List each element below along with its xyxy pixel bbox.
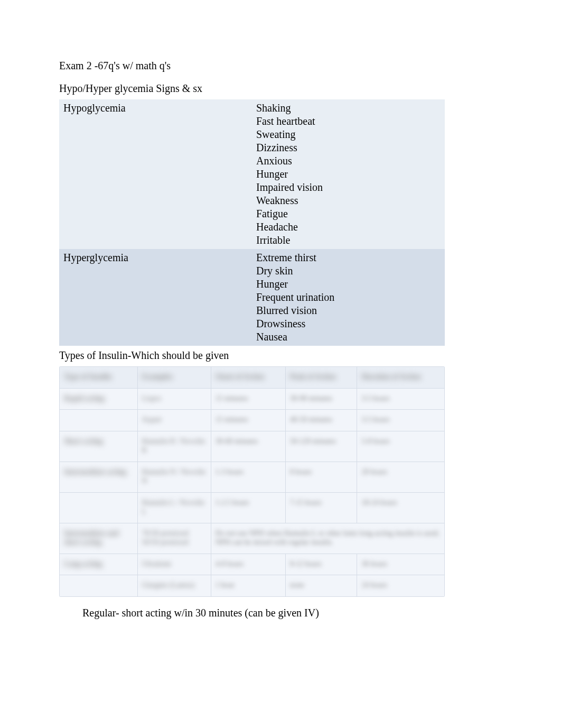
bullet-text: Regular- short acting w/in 30 minutes (c…: [82, 606, 499, 620]
insulin-cell: 4-8 hours: [211, 554, 285, 575]
insulin-category: Long-acting: [60, 554, 138, 575]
glycemia-items: Extreme thirst Dry skin Hunger Frequent …: [252, 249, 445, 346]
insulin-cell: 24 hours: [357, 575, 445, 597]
table-row: Aspart 15 minutes 40-50 minutes 3-5 hour…: [60, 410, 445, 431]
list-item: Sweating: [256, 128, 441, 141]
insulin-cell: 36 hours: [357, 554, 445, 575]
insulin-cell: 40-50 minutes: [285, 410, 357, 431]
glycemia-label: Hyperglycemia: [59, 249, 252, 346]
insulin-cell: 30-90 minutes: [285, 388, 357, 410]
insulin-cell: Ultralente: [137, 554, 211, 575]
insulin-cell: 50-120 minutes: [285, 431, 357, 462]
document-page: Exam 2 -67q's w/ math q's Hypo/Hyper gly…: [0, 0, 561, 651]
section-heading-insulin: Types of Insulin-Which should be given: [59, 349, 499, 362]
col-header: Examples: [137, 367, 211, 389]
insulin-cell: 30-60 minutes: [211, 431, 285, 462]
insulin-cell: 8 hours: [285, 462, 357, 492]
insulin-cell: 1-3 hours: [211, 462, 285, 492]
list-item: Frequent urination: [256, 291, 441, 304]
table-row: Hypoglycemia Shaking Fast heartbeat Swea…: [59, 99, 445, 249]
table-row: Intermediate acting Humulin N / Novolin …: [60, 462, 445, 492]
insulin-cell: Glargine (Lantus): [137, 575, 211, 597]
insulin-cell: none: [285, 575, 357, 597]
insulin-cell: 15 minutes: [211, 410, 285, 431]
insulin-cell: 15 minutes: [211, 388, 285, 410]
insulin-category: [60, 575, 138, 597]
insulin-cell: 1-2.5 hours: [211, 492, 285, 523]
col-header: Duration of Action: [357, 367, 445, 389]
bullet-item: Regular- short acting w/in 30 minutes (c…: [59, 606, 499, 620]
col-header: Peak of Action: [285, 367, 357, 389]
glycemia-items: Shaking Fast heartbeat Sweating Dizzines…: [252, 99, 445, 249]
insulin-cell: 5-8 hours: [357, 431, 445, 462]
table-row: Humulin L / Novolin L 1-2.5 hours 7-15 h…: [60, 492, 445, 523]
table-row: Hyperglycemia Extreme thirst Dry skin Hu…: [59, 249, 445, 346]
table-row: Long-acting Ultralente 4-8 hours 8-12 ho…: [60, 554, 445, 575]
page-title: Exam 2 -67q's w/ math q's: [59, 59, 499, 72]
list-item: Irritable: [256, 234, 441, 247]
insulin-cell: Humulin R / Novolin R: [137, 431, 211, 462]
insulin-cell: 20 hours: [357, 462, 445, 492]
list-item: Fast heartbeat: [256, 115, 441, 128]
table-row: Short acting Humulin R / Novolin R 30-60…: [60, 431, 445, 462]
list-item: Shaking: [256, 102, 441, 115]
insulin-table: Type of Insulin Examples Onset of Action…: [59, 366, 445, 597]
insulin-cell: Humulin L / Novolin L: [137, 492, 211, 523]
insulin-cell: 70/30 premixed 50/50 premixed: [137, 523, 211, 554]
list-item: Hunger: [256, 168, 441, 181]
insulin-category: [60, 410, 138, 431]
list-item: Headache: [256, 220, 441, 234]
insulin-cell: Aspart: [137, 410, 211, 431]
table-row: Glargine (Lantus) 1 hour none 24 hours: [60, 575, 445, 597]
insulin-cell: 8-12 hours: [285, 554, 357, 575]
list-item: Drowsiness: [256, 317, 441, 330]
list-item: Hunger: [256, 278, 441, 291]
table-header-row: Type of Insulin Examples Onset of Action…: [60, 367, 445, 389]
section-heading-glycemia: Hypo/Hyper glycemia Signs & sx: [59, 82, 499, 95]
insulin-cell: Humulin N / Novolin N: [137, 462, 211, 492]
insulin-category: Rapid acting: [60, 388, 138, 410]
list-item: Blurred vision: [256, 304, 441, 317]
insulin-category: Intermediate acting: [60, 462, 138, 492]
list-item: Anxious: [256, 154, 441, 168]
col-header: Onset of Action: [211, 367, 285, 389]
insulin-cell: 18-24 hours: [357, 492, 445, 523]
list-item: Weakness: [256, 194, 441, 207]
insulin-cell: 3-5 hours: [357, 388, 445, 410]
table-row: Rapid acting Lispro 15 minutes 30-90 min…: [60, 388, 445, 410]
insulin-cell: Lispro: [137, 388, 211, 410]
insulin-category: Intermediate and short acting: [60, 523, 138, 554]
insulin-cell: 3-5 hours: [357, 410, 445, 431]
insulin-cell: 1 hour: [211, 575, 285, 597]
col-header: Type of Insulin: [60, 367, 138, 389]
insulin-note-cell: Do not use NPH when Humulin L or other l…: [211, 523, 444, 554]
list-item: Nausea: [256, 330, 441, 344]
glycemia-table: Hypoglycemia Shaking Fast heartbeat Swea…: [59, 99, 445, 346]
list-item: Dry skin: [256, 264, 441, 278]
table-row: Intermediate and short acting 70/30 prem…: [60, 523, 445, 554]
insulin-category: Short acting: [60, 431, 138, 462]
insulin-table-wrap: Type of Insulin Examples Onset of Action…: [59, 366, 445, 597]
insulin-cell: 7-15 hours: [285, 492, 357, 523]
list-item: Extreme thirst: [256, 251, 441, 264]
list-item: Fatigue: [256, 207, 441, 220]
insulin-category: [60, 492, 138, 523]
glycemia-label: Hypoglycemia: [59, 99, 252, 249]
list-item: Dizziness: [256, 141, 441, 154]
list-item: Impaired vision: [256, 181, 441, 194]
